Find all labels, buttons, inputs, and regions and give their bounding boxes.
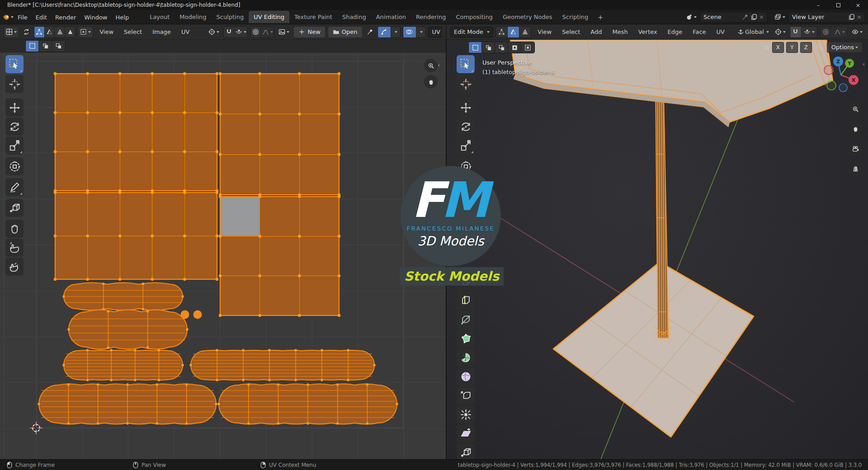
uv-falloff-dropdown[interactable] [261, 27, 274, 38]
uv-select-island-button[interactable] [65, 27, 75, 38]
vp-snap-options[interactable] [802, 27, 817, 38]
tool-move[interactable] [5, 99, 24, 117]
vp-snap-base-button[interactable] [814, 43, 825, 52]
workspace-tab-layout[interactable]: Layout [145, 11, 175, 23]
uv-menu-image[interactable]: Image [148, 27, 175, 37]
tool-smooth[interactable] [457, 367, 475, 385]
nav-pan-button[interactable] [849, 122, 862, 136]
workspace-tab-scripting[interactable]: Scripting [557, 11, 594, 23]
vp-menu-uv[interactable]: UV [712, 27, 729, 37]
view-layer-browse-button[interactable] [773, 13, 787, 21]
workspace-tab-sculpting[interactable]: Sculpting [211, 11, 249, 23]
mirror-x-button[interactable]: X [772, 42, 784, 53]
uv-select-extend-button[interactable] [39, 41, 52, 52]
add-workspace-button[interactable]: + [593, 12, 608, 23]
uv-menu-uv[interactable]: UV [177, 27, 193, 37]
menu-window[interactable]: Window [80, 13, 111, 22]
uv-overlays-toggle[interactable] [403, 27, 416, 38]
viewport-3d[interactable]: User Perspective (1) tabletop-sign-holde… [446, 40, 868, 459]
transform-orientation-button[interactable]: Global [736, 26, 770, 38]
vp-select-difference-button[interactable] [508, 42, 521, 53]
uv-editor-canvas[interactable]: ‹ [0, 40, 446, 459]
tool-edge-slide[interactable] [457, 386, 475, 404]
uv-select-face-button[interactable] [55, 27, 65, 38]
vp-menu-view[interactable]: View [533, 27, 556, 37]
tool-pinch[interactable] [5, 258, 24, 276]
tool-loop-cut[interactable] [457, 291, 475, 310]
remove-view-layer-icon[interactable]: × [857, 14, 862, 20]
face-mode-button[interactable] [519, 27, 531, 38]
uv-select-vertex-button[interactable] [34, 27, 45, 38]
uv-pivot-button[interactable] [207, 28, 221, 36]
vp-menu-vertex[interactable]: Vertex [634, 27, 661, 37]
menu-render[interactable]: Render [51, 13, 80, 22]
vertex-mode-button[interactable] [496, 27, 508, 38]
mode-selector[interactable]: Edit Mode [450, 27, 493, 38]
tool-tweak-select[interactable] [457, 55, 475, 73]
vp-pivot-button[interactable] [773, 28, 788, 36]
unlink-scene-icon[interactable]: × [759, 14, 764, 20]
vp-menu-add[interactable]: Add [586, 27, 606, 37]
uv-proportional-toggle[interactable] [250, 27, 261, 38]
vp-snap-toggle[interactable] [790, 27, 802, 38]
tool-shrink-fatten[interactable] [457, 405, 475, 423]
tool-tweak-select[interactable] [5, 55, 24, 73]
vp-region-collapse-icon[interactable]: ‹ [863, 61, 865, 67]
uv-snap-options[interactable] [234, 27, 247, 38]
workspace-tab-compositing[interactable]: Compositing [451, 11, 498, 23]
tool-scale[interactable] [5, 136, 24, 155]
pin-image-button[interactable] [365, 28, 375, 36]
menu-file[interactable]: File [14, 13, 32, 22]
vp-select-new-button[interactable] [469, 42, 482, 53]
tool-cursor-2d[interactable] [5, 75, 24, 93]
tool-rotate[interactable] [457, 118, 475, 136]
workspace-tab-rendering[interactable]: Rendering [411, 11, 451, 23]
sticky-selection-button[interactable] [78, 26, 93, 38]
workspace-tab-animation[interactable]: Animation [371, 11, 411, 23]
uv-pan-button[interactable] [424, 75, 438, 89]
close-button[interactable]: × [848, 0, 868, 10]
menu-edit[interactable]: Edit [32, 13, 51, 22]
uv-region-collapse-icon[interactable]: ‹ [438, 61, 440, 68]
open-image-button[interactable]: Open [328, 26, 363, 38]
vp-menu-edge[interactable]: Edge [663, 27, 686, 37]
tool-shear[interactable] [457, 424, 475, 442]
blender-menu-icon[interactable] [3, 14, 14, 20]
mirror-y-button[interactable]: Y [786, 42, 798, 53]
visibility-dropdown[interactable] [850, 28, 864, 36]
tool-rip-region[interactable] [457, 443, 475, 461]
vp-falloff-dropdown[interactable] [832, 27, 847, 38]
tool-move[interactable] [457, 99, 475, 117]
tool-poly-build[interactable] [457, 329, 475, 348]
tool-relax[interactable] [5, 239, 24, 257]
scene-selector[interactable]: Scene× [700, 12, 768, 23]
workspace-tab-shading[interactable]: Shading [337, 11, 371, 23]
uv-sync-toggle[interactable] [21, 28, 32, 36]
nav-ortho-button[interactable] [849, 162, 862, 175]
uv-select-edge-button[interactable] [45, 27, 55, 38]
tool-transform[interactable] [5, 157, 24, 175]
mirror-z-button[interactable]: Z [800, 42, 812, 53]
edge-mode-button[interactable] [508, 27, 519, 38]
uv-overlays-options[interactable] [416, 27, 425, 38]
vp-select-intersect-button[interactable] [521, 42, 534, 53]
uv-snap-toggle[interactable] [224, 27, 234, 38]
vp-select-subtract-button[interactable] [495, 42, 508, 53]
new-image-button[interactable]: New [293, 26, 325, 38]
vp-select-extend-button[interactable] [482, 42, 495, 53]
uv-select-new-button[interactable] [26, 41, 39, 52]
workspace-tab-uv-editing[interactable]: UV Editing [249, 11, 289, 23]
uv-zoom-button[interactable] [424, 59, 438, 72]
uv-clipped-button[interactable]: UV [428, 27, 442, 38]
scene-browse-button[interactable] [684, 13, 698, 21]
uv-menu-view[interactable]: View [95, 27, 118, 37]
nav-camera-button[interactable] [849, 142, 862, 155]
navigation-gizmo[interactable]: ZYX [820, 53, 865, 99]
uv-gizmo-toggle[interactable] [378, 27, 391, 38]
tool-spin[interactable] [457, 348, 475, 367]
workspace-tab-geometry-nodes[interactable]: Geometry Nodes [498, 11, 557, 23]
uv-menu-select[interactable]: Select [120, 27, 146, 37]
uv-select-subtract-button[interactable] [52, 41, 65, 52]
uv-gizmo-options[interactable] [391, 27, 400, 38]
tool-rotate[interactable] [5, 118, 24, 136]
